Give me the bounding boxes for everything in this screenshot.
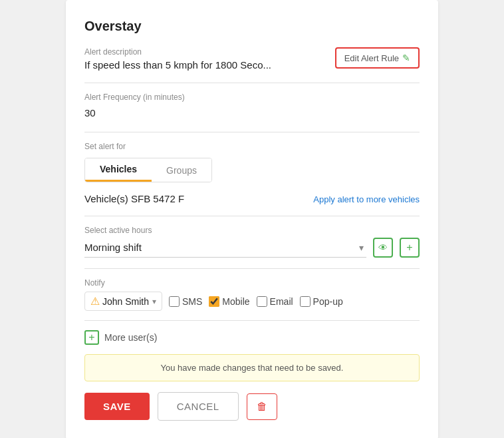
- notify-row: ⚠ John Smith ▾ SMS Mobile Email Pop-up: [84, 292, 420, 311]
- divider-5: [84, 320, 420, 321]
- actions-row: SAVE CANCEL 🗑: [84, 392, 420, 421]
- vehicles-label: Vehicle(s) SFB 5472 F: [84, 193, 184, 204]
- vehicles-info: Vehicle(s) SFB 5472 F: [84, 193, 184, 205]
- frequency-value: 30: [84, 105, 420, 121]
- sms-checkbox-group[interactable]: SMS: [169, 296, 202, 307]
- eye-view-button[interactable]: 👁: [373, 238, 393, 258]
- notify-section: Notify ⚠ John Smith ▾ SMS Mobile Email: [84, 278, 420, 311]
- email-checkbox-group[interactable]: Email: [257, 296, 293, 307]
- divider-4: [84, 268, 420, 269]
- mobile-checkbox[interactable]: [209, 296, 219, 307]
- vehicles-row: Vehicle(s) SFB 5472 F Apply alert to mor…: [84, 193, 420, 205]
- page-title: Overstay: [84, 19, 420, 34]
- user-select-chevron-icon: ▾: [152, 297, 156, 306]
- edit-alert-rule-button[interactable]: Edit Alert Rule ✎: [335, 47, 420, 69]
- active-hours-label: Select active hours: [84, 226, 420, 235]
- popup-checkbox[interactable]: [300, 296, 311, 307]
- add-shift-button[interactable]: +: [400, 238, 420, 258]
- divider-3: [84, 216, 420, 216]
- trash-icon: 🗑: [257, 401, 267, 413]
- mobile-label: Mobile: [222, 296, 249, 307]
- tab-vehicles[interactable]: Vehicles: [85, 158, 152, 182]
- frequency-label: Alert Frequency (in minutes): [84, 93, 420, 102]
- alert-description-block: Alert description If speed less than 5 k…: [84, 47, 271, 71]
- mobile-checkbox-group[interactable]: Mobile: [209, 296, 249, 307]
- edit-alert-rule-label: Edit Alert Rule: [344, 53, 399, 63]
- active-hours-section: Select active hours Morning shift ▾ 👁 +: [84, 226, 420, 258]
- popup-checkbox-group[interactable]: Pop-up: [300, 296, 343, 307]
- tab-groups[interactable]: Groups: [152, 158, 211, 182]
- more-users-row[interactable]: + More user(s): [84, 330, 420, 345]
- changes-banner: You have made changes that need to be sa…: [84, 354, 420, 381]
- warning-icon: ⚠: [90, 295, 100, 308]
- active-hours-select-row: Morning shift ▾ 👁 +: [84, 238, 420, 258]
- alert-description-row: Alert description If speed less than 5 k…: [84, 47, 420, 71]
- apply-alert-link[interactable]: Apply alert to more vehicles: [313, 194, 420, 204]
- user-select-wrapper: ⚠ John Smith ▾: [84, 292, 162, 311]
- user-select[interactable]: John Smith: [102, 296, 150, 307]
- cancel-button[interactable]: CANCEL: [158, 392, 239, 421]
- alert-description-text: If speed less than 5 kmph for 1800 Seco.…: [84, 59, 271, 71]
- eye-icon: 👁: [378, 242, 388, 253]
- set-alert-label: Set alert for: [84, 142, 420, 151]
- delete-button[interactable]: 🗑: [247, 393, 277, 420]
- email-label: Email: [270, 296, 293, 307]
- divider-2: [84, 132, 420, 132]
- edit-pencil-icon: ✎: [402, 53, 410, 63]
- save-button[interactable]: SAVE: [84, 393, 150, 420]
- set-alert-section: Set alert for Vehicles Groups: [84, 142, 420, 182]
- popup-label: Pop-up: [313, 296, 343, 307]
- tab-group: Vehicles Groups: [84, 158, 212, 182]
- active-hours-dropdown-wrapper: Morning shift ▾: [84, 238, 366, 258]
- sms-checkbox[interactable]: [169, 296, 180, 307]
- email-checkbox[interactable]: [257, 296, 267, 307]
- notify-label: Notify: [84, 278, 420, 288]
- plus-icon: +: [406, 242, 412, 254]
- more-users-plus-icon: +: [84, 330, 99, 345]
- sms-label: SMS: [182, 296, 202, 307]
- active-hours-select[interactable]: Morning shift: [84, 238, 366, 258]
- more-users-label: More user(s): [104, 332, 157, 343]
- divider-1: [84, 83, 420, 83]
- overstay-card: Overstay Alert description If speed less…: [66, 0, 438, 438]
- alert-description-label: Alert description: [84, 47, 271, 57]
- alert-frequency-section: Alert Frequency (in minutes) 30: [84, 93, 420, 121]
